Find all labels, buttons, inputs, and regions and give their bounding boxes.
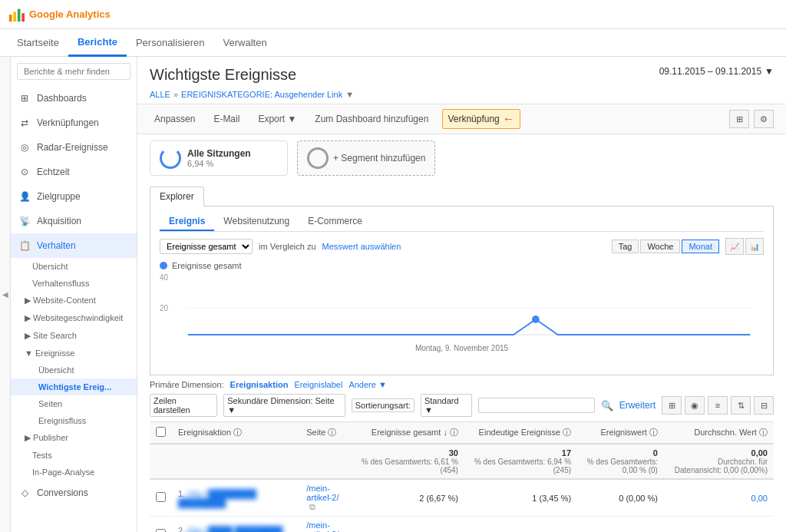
nav-personalisieren[interactable]: Personalisieren — [127, 29, 214, 57]
sidebar-item-radar[interactable]: ◎ Radar-Ereignisse — [11, 135, 137, 160]
explorer-inner-tabs: Ereignis Websitenutzung E-Commerce — [160, 213, 764, 232]
secondary-dim-select[interactable]: Sekundäre Dimension: Seite ▼ — [223, 394, 345, 417]
breadcrumb: ALLE » EREIGNISKATEGORIE: Ausgehender Li… — [137, 90, 786, 104]
sidebar-sub-verhaltensfluss[interactable]: Verhaltensfluss — [11, 275, 137, 292]
measure-select[interactable]: Messwert auswählen — [322, 242, 401, 251]
table-pivot-button[interactable]: ⇅ — [731, 396, 751, 415]
table-search-input[interactable] — [478, 398, 595, 413]
table-metric-button[interactable]: ⊟ — [754, 396, 774, 415]
verknuepfung-button[interactable]: Verknüpfung ← — [442, 109, 520, 129]
sidebar-sub-ereignisse-group[interactable]: ▼ Ereignisse — [11, 345, 137, 362]
sidebar-item-zielgruppe[interactable]: 👤 Zielgruppe — [11, 184, 137, 209]
radar-icon: ◎ — [18, 141, 31, 154]
sidebar-toggle[interactable]: ◀ — [0, 57, 11, 532]
total-value: 0 % des Gesamtwerts: 0,00 % (0) — [577, 444, 664, 479]
date-dropdown-icon[interactable]: ▼ — [765, 66, 774, 77]
unique-cell-0: 1 (3,45 %) — [464, 479, 577, 517]
table-pie-button[interactable]: ◉ — [685, 396, 705, 415]
page-link-0[interactable]: /mein-artikel-2/ — [306, 484, 339, 502]
dim-option-2[interactable]: Andere ▼ — [348, 380, 386, 389]
explorer-body: Ereignis Websitenutzung E-Commerce Ereig… — [150, 206, 774, 375]
grid-view-button[interactable]: ⊞ — [729, 110, 749, 128]
sidebar-item-dashboards[interactable]: ⊞ Dashboards — [11, 86, 137, 111]
dim-option-0[interactable]: Ereignisaktion — [230, 380, 289, 389]
select-all-checkbox[interactable] — [156, 427, 166, 437]
page-link-1[interactable]: /mein-artikel-3/ — [306, 520, 339, 532]
page-link-icon-0[interactable]: ⧉ — [309, 502, 315, 511]
period-monat-button[interactable]: Monat — [682, 240, 719, 253]
metric-select[interactable]: Ereignisse gesamt — [160, 239, 253, 254]
sidebar-sub-ereignisfluss[interactable]: Ereignisfluss — [11, 412, 137, 429]
header: Google Analytics — [0, 0, 786, 29]
row-checkbox-1[interactable] — [156, 529, 166, 532]
bar-chart-button[interactable]: 📊 — [745, 238, 764, 255]
sidebar-item-verhalten[interactable]: 📋 Verhalten — [11, 233, 137, 258]
action-link-0[interactable]: http://████████ ████████ — [178, 489, 256, 507]
add-segment-button[interactable]: + Segment hinzufügen — [297, 140, 435, 176]
search-icon: 🔍 — [601, 400, 613, 411]
explorer-tab[interactable]: Explorer — [150, 187, 204, 207]
search-input[interactable] — [17, 63, 130, 80]
dim-label: Primäre Dimension: — [150, 380, 224, 389]
sidebar-item-echtzeit[interactable]: ⊙ Echtzeit — [11, 160, 137, 184]
breadcrumb-alle[interactable]: ALLE — [150, 90, 170, 99]
svg-rect-2 — [18, 8, 21, 21]
table-view-actions: ⊞ ◉ ≡ ⇅ ⊟ — [662, 396, 774, 415]
sidebar-sub-websitegeschwindigkeit[interactable]: ▶ Websitegeschwindigkeit — [11, 309, 137, 327]
rows-select[interactable]: Zeilen darstellen — [150, 394, 217, 417]
email-button[interactable]: E-Mail — [209, 111, 244, 127]
tab-websitenutzung[interactable]: Websitenutzung — [214, 213, 299, 231]
sidebar-item-akquisition[interactable]: 📡 Akquisition — [11, 209, 137, 233]
anpassen-button[interactable]: Anpassen — [150, 111, 200, 127]
sidebar-sub-in-page[interactable]: In-Page-Analyse — [11, 464, 137, 481]
sidebar-item-verknuepfungen[interactable]: ⇄ Verknüpfungen — [11, 111, 137, 135]
chart-date-label: Montag, 9. November 2015 — [166, 344, 758, 352]
table-grid-button[interactable]: ⊞ — [662, 396, 682, 415]
sidebar-item-label: Zielgruppe — [37, 191, 81, 202]
action-link-1[interactable]: http://████ ████████ ████████ ████████ — [178, 526, 282, 533]
chart-dot-icon — [160, 262, 167, 269]
dimension-bar: Primäre Dimension: Ereignisaktion Ereign… — [150, 380, 774, 389]
nav-startseite[interactable]: Startseite — [8, 29, 68, 57]
chart-legend: Ereignisse gesamt — [160, 261, 764, 270]
tab-ecommerce[interactable]: E-Commerce — [299, 213, 372, 231]
sidebar-item-label: Verhalten — [37, 240, 76, 251]
erweitert-link[interactable]: Erweitert — [619, 400, 656, 411]
chart-type-buttons: 📈 📊 — [725, 238, 764, 255]
dashboard-button[interactable]: Zum Dashboard hinzufügen — [310, 111, 433, 127]
sidebar-sub-ereignisse-ubersicht[interactable]: Übersicht — [11, 362, 137, 378]
breadcrumb-dropdown[interactable]: ▼ — [345, 90, 354, 99]
sidebar-sub-seiten[interactable]: Seiten — [11, 395, 137, 412]
table-row: 1. http://████████ ████████ /mein-artike… — [150, 479, 774, 517]
settings-button[interactable]: ⚙ — [754, 110, 774, 128]
arrow-icon: ← — [503, 112, 515, 126]
breadcrumb-category[interactable]: EREIGNISKATEGORIE: Ausgehender Link — [181, 90, 342, 99]
total-avg: 0,00 Durchschn. für Datenansicht: 0,00 (… — [664, 444, 774, 479]
nav-berichte[interactable]: Berichte — [68, 29, 127, 57]
value-cell-1: 0 (0,00 %) — [577, 517, 664, 533]
export-button[interactable]: Export ▼ — [253, 111, 301, 127]
content-header: Wichtigste Ereignisse 09.11.2015 – 09.11… — [137, 57, 786, 90]
sort-select[interactable]: Standard ▼ — [421, 394, 472, 417]
sidebar-sub-website-content[interactable]: ▶ Website-Content — [11, 292, 137, 309]
table-bar-button[interactable]: ≡ — [708, 396, 728, 415]
line-chart-button[interactable]: 📈 — [725, 238, 744, 255]
explorer-section: Explorer Ereignis Websitenutzung E-Comme… — [137, 182, 786, 380]
avg-cell-1: 0,00 — [664, 517, 774, 533]
period-woche-button[interactable]: Woche — [640, 240, 680, 253]
sidebar-sub-publisher[interactable]: ▶ Publisher — [11, 429, 137, 447]
date-range: 09.11.2015 – 09.11.2015 ▼ — [659, 66, 774, 77]
period-tag-button[interactable]: Tag — [612, 240, 639, 253]
sidebar-sub-tests[interactable]: Tests — [11, 447, 137, 464]
sidebar-sub-wichtigste[interactable]: Wichtigste Ereig... — [11, 378, 137, 395]
nav-verwalten[interactable]: Verwalten — [214, 29, 276, 57]
sidebar-item-conversions[interactable]: ◇ Conversions — [11, 481, 137, 505]
dim-option-1[interactable]: Ereignislabel — [294, 380, 342, 389]
tab-ereignis[interactable]: Ereignis — [160, 213, 214, 231]
row-checkbox-0[interactable] — [156, 492, 166, 502]
svg-point-6 — [532, 316, 540, 323]
sidebar-sub-ubersicht[interactable]: Übersicht — [11, 258, 137, 275]
add-segment-label: + Segment hinzufügen — [333, 153, 425, 164]
events-cell-0: 2 (6,67 %) — [355, 479, 464, 517]
sidebar-sub-site-search[interactable]: ▶ Site Search — [11, 327, 137, 345]
